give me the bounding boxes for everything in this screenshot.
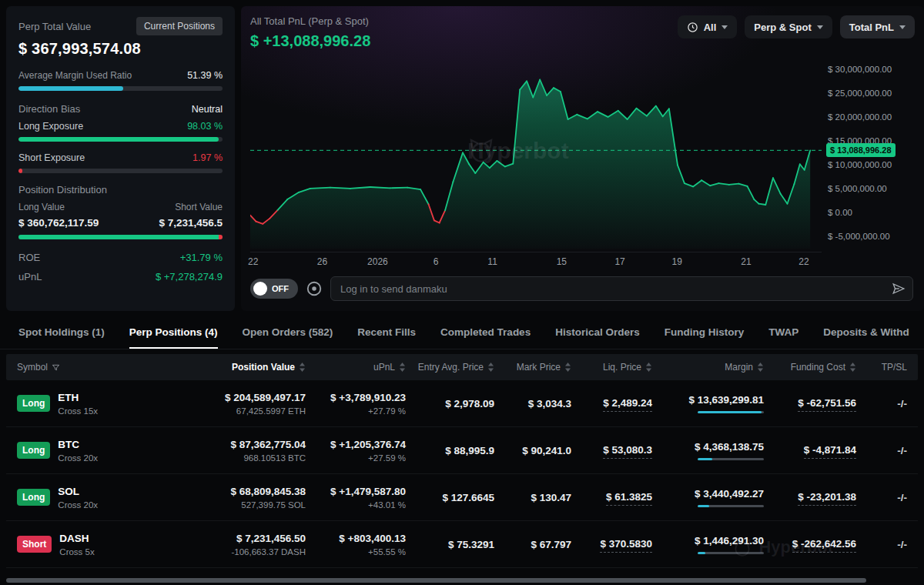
position-size: 67,425.5997 ETH [156, 406, 306, 416]
column-header-upnl[interactable]: uPnL [306, 362, 406, 373]
funding-cost: $ -23,201.38 [798, 491, 856, 506]
side-badge: Long [17, 395, 50, 412]
tpsl-value: -/- [897, 445, 907, 456]
tab-funding-history[interactable]: Funding History [665, 317, 745, 349]
scrollbar-thumb[interactable] [6, 578, 866, 583]
chevron-down-icon [899, 25, 906, 29]
column-header-position-value[interactable]: Position Value [156, 362, 306, 373]
column-header-entry-avg-price[interactable]: Entry Avg. Price [406, 362, 494, 373]
x-axis-label: 26 [317, 256, 327, 267]
tab-perp-positions-4[interactable]: Perp Positions (4) [129, 317, 218, 349]
sort-icon [564, 363, 571, 372]
column-header-mark-price[interactable]: Mark Price [494, 362, 571, 373]
y-axis-label: $ 10,000,000.00 [828, 160, 892, 169]
x-axis-label: 17 [614, 256, 624, 267]
symbol-name: SOL [58, 486, 98, 497]
margin-value: $ 3,440,492.27 [652, 488, 764, 500]
perp-total-value-label: Perp Total Value [18, 21, 91, 32]
danmaku-display-icon[interactable] [306, 280, 323, 297]
pnl-chart-panel: All Total PnL (Perp & Spot) $ +13,088,99… [241, 6, 924, 311]
liq-price: $ 61.3825 [606, 491, 652, 506]
chart-title: All Total PnL (Perp & Spot) [250, 15, 370, 27]
current-positions-button[interactable]: Current Positions [136, 17, 223, 35]
entry-price: $ 75.3291 [448, 539, 494, 550]
chart-filter-group: AllPerp & SpotTotal PnL [678, 15, 915, 38]
position-row-dash[interactable]: ShortDASHCross 5x$ 7,231,456.50-106,663.… [6, 521, 918, 568]
x-axis-label: 22 [798, 256, 808, 267]
x-axis-label: 11 [487, 256, 497, 267]
side-badge: Long [17, 489, 50, 506]
margin-ratio-value: 51.39 % [187, 70, 223, 81]
long-value: $ 360,762,117.59 [18, 217, 99, 229]
perp-total-value: $ 367,993,574.08 [18, 40, 223, 58]
clock-icon [687, 22, 698, 33]
position-value: $ 204,589,497.17 [156, 392, 306, 403]
chart-x-axis: 222620266111517192122 [250, 252, 822, 269]
column-header-margin[interactable]: Margin [652, 362, 764, 373]
y-axis-label: $ -5,000,000.00 [828, 232, 890, 241]
filter-total-pnl[interactable]: Total PnL [840, 15, 915, 38]
danmaku-bar: OFF [250, 276, 915, 301]
short-exposure-value: 1.97 % [192, 152, 223, 163]
tab-completed-trades[interactable]: Completed Trades [440, 317, 531, 349]
tab-twap[interactable]: TWAP [768, 317, 798, 349]
direction-bias-value: Neutral [192, 104, 223, 115]
margin-ratio-label: Average Margin Used Ratio [18, 70, 132, 81]
tab-recent-fills[interactable]: Recent Fills [357, 317, 416, 349]
tab-historical-orders[interactable]: Historical Orders [555, 317, 640, 349]
margin-bar [698, 505, 764, 507]
position-size: -106,663.37 DASH [156, 547, 306, 557]
symbol-name: DASH [59, 533, 94, 544]
leverage-label: Cross 5x [59, 547, 94, 557]
roe-value: +31.79 % [180, 252, 223, 263]
danmaku-toggle[interactable]: OFF [250, 279, 298, 299]
current-pnl-axis-badge: $ 13,088,996.28 [826, 143, 896, 157]
danmaku-input[interactable] [330, 276, 913, 301]
x-axis-label: 15 [557, 256, 567, 267]
y-axis-label: $ 30,000,000.00 [828, 65, 892, 74]
chart-region: Hyperbot $ 30,000,000.00$ 25,000,000.00$… [250, 58, 915, 249]
tab-deposits-withd[interactable]: Deposits & Withd [823, 317, 909, 349]
column-header-funding-cost[interactable]: Funding Cost [764, 362, 856, 373]
upnl-label: uPnL [18, 271, 42, 282]
short-exposure-bar [18, 169, 223, 173]
upnl-percent: +27.79 % [306, 406, 406, 416]
bottom-tab-bar: Spot Holdings (1)Perp Positions (4)Open … [0, 317, 924, 349]
short-exposure-label: Short Exposure [18, 152, 85, 163]
position-row-btc[interactable]: LongBTCCross 20x$ 87,362,775.04968.10513… [6, 427, 918, 474]
entry-price: $ 88,995.9 [445, 445, 494, 456]
long-exposure-value: 98.03 % [187, 121, 223, 132]
long-exposure-bar [18, 137, 223, 142]
column-header-tp-sl[interactable]: TP/SL [856, 362, 907, 373]
position-size: 968.10513 BTC [156, 453, 306, 463]
position-value: $ 7,231,456.50 [156, 533, 306, 544]
leverage-label: Cross 20x [58, 453, 98, 463]
x-axis-label: 22 [248, 256, 258, 267]
entry-price: $ 2,978.09 [445, 398, 494, 410]
filter-all[interactable]: All [678, 15, 738, 38]
upnl-value: $ +3,789,910.23 [306, 392, 406, 403]
mark-price: $ 90,241.0 [522, 445, 571, 456]
position-value: $ 68,809,845.38 [156, 486, 306, 497]
tpsl-value: -/- [897, 492, 907, 503]
tab-spot-holdings-1[interactable]: Spot Holdings (1) [18, 317, 105, 349]
top-section: Perp Total Value Current Positions $ 367… [0, 0, 924, 317]
tab-open-orders-582[interactable]: Open Orders (582) [243, 317, 333, 349]
position-size: 527,399.75 SOL [156, 500, 306, 510]
chart-y-axis: $ 30,000,000.00$ 25,000,000.00$ 20,000,0… [826, 58, 915, 249]
margin-bar [698, 552, 764, 554]
position-row-sol[interactable]: LongSOLCross 20x$ 68,809,845.38527,399.7… [6, 474, 918, 521]
position-row-eth[interactable]: LongETHCross 15x$ 204,589,497.1767,425.5… [6, 380, 918, 427]
pnl-chart[interactable]: Hyperbot [250, 58, 822, 249]
column-header-symbol[interactable]: Symbol [17, 362, 156, 373]
y-axis-label: $ 0.00 [828, 208, 852, 217]
sort-icon [849, 363, 856, 372]
x-axis-label: 2026 [367, 256, 388, 267]
send-icon[interactable] [892, 282, 906, 299]
margin-bar [698, 411, 764, 413]
liq-price: $ 2,489.24 [603, 397, 652, 412]
column-header-liq-price[interactable]: Liq. Price [571, 362, 652, 373]
filter-perp-spot[interactable]: Perp & Spot [745, 15, 832, 38]
tpsl-value: -/- [897, 539, 907, 550]
horizontal-scrollbar[interactable] [6, 578, 893, 583]
